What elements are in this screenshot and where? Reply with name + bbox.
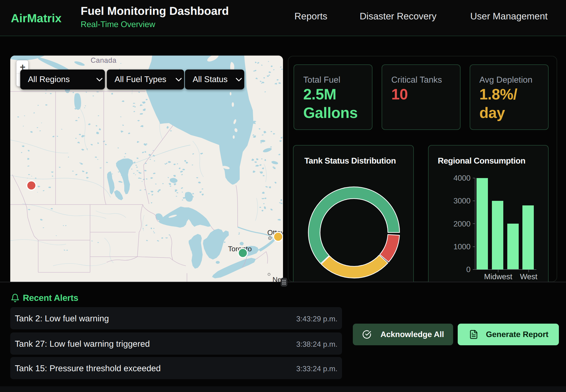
svg-text:Canada: Canada — [91, 56, 117, 64]
svg-text:1000: 1000 — [453, 242, 471, 251]
svg-text:3000: 3000 — [453, 197, 471, 205]
svg-text:2000: 2000 — [453, 220, 471, 228]
svg-text:4000: 4000 — [453, 174, 471, 182]
svg-text:Midwest: Midwest — [484, 272, 512, 281]
svg-text:0: 0 — [466, 265, 471, 274]
svg-text:West: West — [520, 272, 538, 281]
